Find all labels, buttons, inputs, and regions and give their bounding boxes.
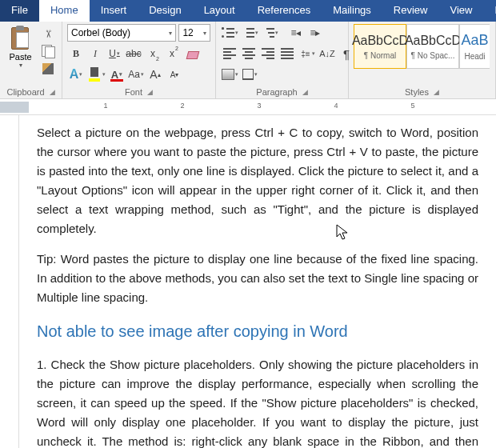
justify-icon xyxy=(281,48,294,59)
paste-button[interactable]: Paste ▾ xyxy=(5,24,36,77)
doc-paragraph-3: 1. Check the Show picture placeholders. … xyxy=(37,355,478,448)
tab-references[interactable]: References xyxy=(246,0,322,22)
numbering-button[interactable]: ▾ xyxy=(241,24,259,42)
tab-file[interactable]: File xyxy=(0,0,39,22)
shading-icon xyxy=(222,69,234,80)
justify-button[interactable] xyxy=(278,45,296,62)
tab-design[interactable]: Design xyxy=(138,0,192,22)
multilevel-icon xyxy=(262,27,274,38)
ruler-5: 5 xyxy=(410,102,414,110)
multilevel-button[interactable]: ▾ xyxy=(261,24,279,42)
bold-button[interactable]: B xyxy=(67,45,85,62)
style-h1-name: Headi xyxy=(464,52,485,61)
sort-button[interactable]: A↓Z xyxy=(318,45,336,62)
bullets-button[interactable]: ▾ xyxy=(221,24,239,42)
font-size-value: 12 xyxy=(182,27,193,38)
style-heading1[interactable]: AaB Headi xyxy=(459,24,490,69)
vertical-ruler[interactable] xyxy=(0,115,19,448)
bullets-icon xyxy=(222,27,234,38)
tab-view[interactable]: View xyxy=(438,0,483,22)
paragraph-launcher[interactable]: ◢ xyxy=(302,88,308,96)
numbering-icon xyxy=(242,27,254,38)
align-center-button[interactable] xyxy=(240,45,258,62)
doc-paragraph-1: Select a picture on the webpage, press C… xyxy=(37,123,478,238)
change-case-button[interactable]: Aa▾ xyxy=(127,66,145,83)
style-nospac-preview: AaBbCcD xyxy=(405,34,461,48)
brush-icon xyxy=(42,63,54,74)
ruler-1: 1 xyxy=(103,102,107,110)
font-name-select[interactable]: Corbel (Body)▾ xyxy=(67,24,176,42)
underline-button[interactable]: U▾ xyxy=(106,45,123,62)
paste-icon xyxy=(10,26,31,51)
document-page[interactable]: Select a picture on the webpage, press C… xyxy=(19,115,496,448)
cut-button[interactable]: ✂ xyxy=(39,26,57,42)
tab-review[interactable]: Review xyxy=(382,0,439,22)
tab-home[interactable]: Home xyxy=(39,0,90,22)
borders-button[interactable]: ▾ xyxy=(241,66,258,83)
ruler-3: 3 xyxy=(257,102,261,110)
line-spacing-icon: ‡≡ xyxy=(301,50,310,58)
tab-help[interactable]: Help xyxy=(483,0,496,22)
clipboard-launcher[interactable]: ◢ xyxy=(50,88,55,96)
font-color-button[interactable]: A▾ xyxy=(108,66,126,83)
subscript-button[interactable]: x xyxy=(144,45,162,62)
align-right-button[interactable] xyxy=(259,45,277,62)
shading-button[interactable]: ▾ xyxy=(221,66,239,83)
doc-heading: Not able to see image after copying in W… xyxy=(37,318,478,344)
clear-formatting-button[interactable] xyxy=(182,45,200,62)
horizontal-ruler[interactable]: 1 2 3 4 5 xyxy=(0,99,496,115)
copy-icon xyxy=(42,45,54,58)
doc-paragraph-2: Tip: Word pastes the picture to display … xyxy=(37,250,478,307)
ruler-2: 2 xyxy=(180,102,184,110)
styles-launcher[interactable]: ◢ xyxy=(434,88,439,96)
increase-indent-button[interactable]: ≡▸ xyxy=(306,24,324,42)
font-launcher[interactable]: ◢ xyxy=(147,88,153,96)
style-h1-preview: AaB xyxy=(461,32,488,49)
style-normal[interactable]: AaBbCcD ¶ Normal xyxy=(354,24,406,69)
scissors-icon: ✂ xyxy=(42,30,54,38)
align-left-button[interactable] xyxy=(221,45,238,62)
font-group-label: Font xyxy=(125,87,142,97)
strikethrough-button[interactable]: abc xyxy=(125,45,142,62)
style-normal-name: ¶ Normal xyxy=(364,51,396,60)
format-painter-button[interactable] xyxy=(39,61,57,77)
ruler-4: 4 xyxy=(334,102,338,110)
align-right-icon xyxy=(262,48,274,59)
paragraph-group-label: Paragraph xyxy=(256,87,297,97)
decrease-indent-button[interactable]: ≡◂ xyxy=(287,24,305,42)
font-name-value: Corbel (Body) xyxy=(71,27,130,38)
tab-insert[interactable]: Insert xyxy=(90,0,138,22)
font-size-select[interactable]: 12▾ xyxy=(178,24,210,42)
tab-layout[interactable]: Layout xyxy=(193,0,246,22)
eraser-icon xyxy=(186,51,199,59)
paste-label: Paste xyxy=(9,52,31,62)
paste-dropdown[interactable]: ▾ xyxy=(19,62,22,69)
italic-button[interactable]: I xyxy=(86,45,104,62)
styles-group-label: Styles xyxy=(405,87,429,97)
tab-mailings[interactable]: Mailings xyxy=(322,0,382,22)
style-normal-preview: AaBbCcD xyxy=(352,34,408,48)
align-left-icon xyxy=(223,48,236,59)
highlight-icon xyxy=(87,67,102,82)
style-nospac-name: ¶ No Spac... xyxy=(411,51,455,60)
line-spacing-button[interactable]: ‡≡▾ xyxy=(299,45,317,62)
highlight-button[interactable]: ▾ xyxy=(86,66,106,83)
align-center-icon xyxy=(242,48,255,59)
grow-font-button[interactable]: A▴ xyxy=(146,66,164,83)
border-icon xyxy=(242,69,254,80)
shrink-font-button[interactable]: A▾ xyxy=(166,66,183,83)
superscript-button[interactable]: x xyxy=(163,45,181,62)
text-effects-button[interactable]: A▾ xyxy=(67,66,85,83)
clipboard-group-label: Clipboard xyxy=(6,87,44,97)
style-no-spacing[interactable]: AaBbCcD ¶ No Spac... xyxy=(406,24,459,69)
copy-button[interactable] xyxy=(39,43,57,59)
